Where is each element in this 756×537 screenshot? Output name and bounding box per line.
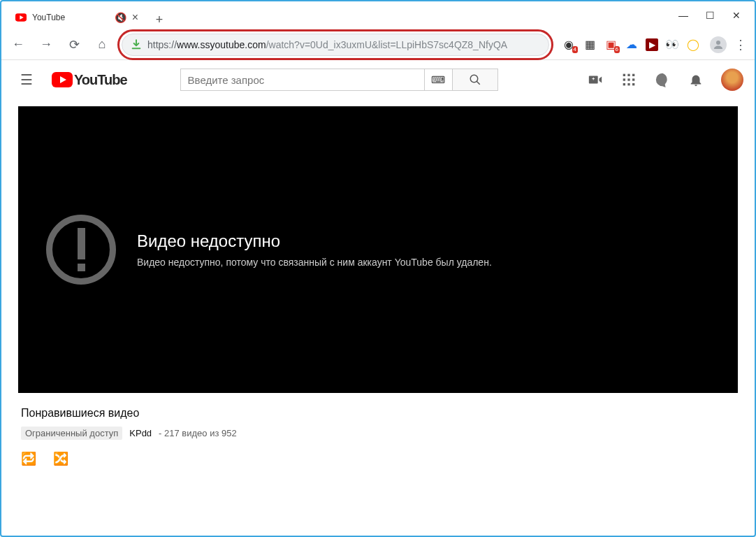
user-avatar[interactable]	[721, 69, 743, 91]
search-form: ⌨	[180, 69, 498, 91]
youtube-logo-text: YouTube	[74, 72, 127, 88]
messages-icon[interactable]	[654, 72, 671, 87]
playlist-owner[interactable]: KPdd	[129, 428, 152, 438]
new-tab-button[interactable]: +	[150, 10, 169, 29]
forward-button[interactable]: →	[35, 34, 57, 56]
extension-icon[interactable]: ◯	[686, 38, 700, 52]
youtube-header: ☰ YouTube ⌨	[1, 60, 755, 99]
extension-icon[interactable]: 👀	[665, 38, 679, 52]
mute-icon[interactable]: 🔇	[115, 12, 126, 23]
hamburger-menu-icon[interactable]: ☰	[13, 66, 41, 94]
shuffle-icon[interactable]: 🔀	[53, 451, 68, 466]
search-icon	[469, 73, 481, 86]
extension-icon[interactable]: ▣6	[604, 38, 618, 52]
create-video-icon[interactable]	[587, 72, 604, 87]
extensions-row: ◉4 ▦ ▣6 ☁ ▶ 👀 ◯	[558, 38, 704, 52]
loop-icon[interactable]: 🔁	[21, 451, 36, 466]
extension-icon[interactable]: ▶	[646, 38, 658, 51]
svg-rect-13	[632, 78, 634, 80]
window-close-button[interactable]: ✕	[729, 8, 743, 22]
youtube-favicon-icon	[15, 12, 27, 23]
extension-icon[interactable]: ◉4	[562, 38, 576, 52]
apps-grid-icon[interactable]	[620, 73, 637, 87]
svg-rect-10	[632, 74, 634, 76]
svg-rect-16	[632, 83, 634, 85]
svg-rect-7	[593, 78, 594, 80]
back-button[interactable]: ←	[7, 34, 29, 56]
playlist-meta: Понравившиеся видео Ограниченный доступ …	[18, 393, 738, 480]
reload-button[interactable]: ⟳	[63, 34, 85, 56]
access-badge: Ограниченный доступ	[21, 427, 122, 440]
svg-rect-12	[627, 78, 630, 80]
url-text: https://www.ssyoutube.com/watch?v=0Ud_ix…	[147, 39, 507, 50]
address-bar[interactable]: https://www.ssyoutube.com/watch?v=0Ud_ix…	[122, 34, 549, 56]
svg-rect-8	[623, 74, 625, 76]
profile-avatar-icon[interactable]	[710, 36, 727, 53]
svg-rect-14	[623, 83, 625, 85]
error-title: Видео недоступно	[137, 231, 492, 251]
youtube-logo-icon	[52, 72, 73, 87]
search-input[interactable]	[180, 69, 425, 91]
browser-tab[interactable]: YouTube 🔇 ×	[7, 6, 147, 29]
extension-icon[interactable]: ▦	[583, 38, 597, 52]
video-player-error: Видео недоступно Видео недоступно, потом…	[18, 106, 738, 393]
youtube-logo[interactable]: YouTube	[52, 72, 127, 88]
svg-line-4	[477, 81, 480, 85]
browser-menu-button[interactable]: ⋮	[732, 37, 749, 52]
window-minimize-button[interactable]: —	[676, 8, 690, 22]
notifications-bell-icon[interactable]	[688, 72, 704, 87]
extension-icon[interactable]: ☁	[625, 38, 639, 52]
keyboard-icon[interactable]: ⌨	[425, 69, 453, 91]
svg-rect-11	[623, 78, 625, 80]
playlist-title: Понравившиеся видео	[21, 407, 735, 420]
svg-point-1	[716, 41, 720, 45]
tab-title: YouTube	[32, 13, 109, 22]
browser-toolbar: ← → ⟳ ⌂ https://www.ssyoutube.com/watch?…	[1, 29, 755, 60]
playlist-count: - 217 видео из 952	[159, 428, 237, 438]
error-message: Видео недоступно, потому что связанный с…	[137, 257, 492, 268]
browser-titlebar: YouTube 🔇 × + — ☐ ✕	[1, 1, 755, 29]
download-arrow-icon	[131, 39, 142, 50]
home-button[interactable]: ⌂	[91, 34, 113, 56]
search-button[interactable]	[453, 69, 498, 91]
warning-icon	[46, 215, 116, 285]
svg-rect-9	[627, 74, 630, 76]
svg-point-3	[470, 75, 478, 83]
tab-close-icon[interactable]: ×	[132, 11, 138, 24]
window-maximize-button[interactable]: ☐	[703, 8, 717, 22]
svg-rect-15	[627, 83, 630, 85]
